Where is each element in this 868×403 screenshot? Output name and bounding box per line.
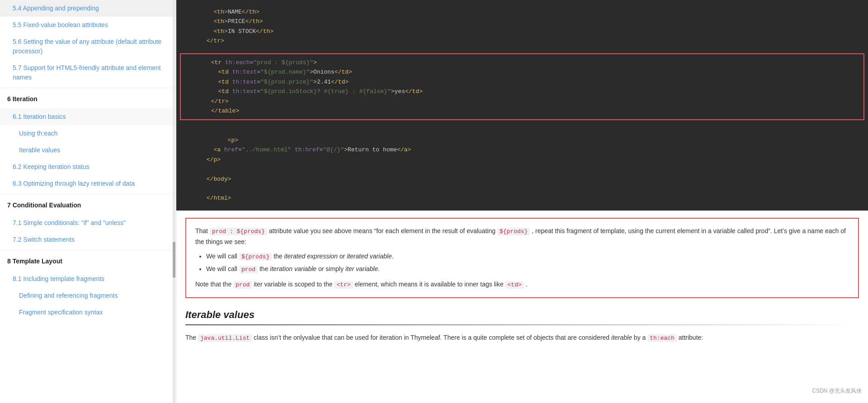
code-block-bottom: <p> <a href="../home.html" th:href="@{/}… bbox=[176, 120, 868, 211]
sidebar-item-iterable-values[interactable]: Iterable values bbox=[0, 142, 176, 159]
theach-code: th:each bbox=[647, 334, 677, 342]
iterable-values-heading: Iterable values bbox=[185, 309, 859, 321]
sidebar-item-55[interactable]: 5.5 Fixed-value boolean attributes bbox=[0, 17, 176, 33]
sidebar-item-71[interactable]: 7.1 Simple conditionals: "if" and "unles… bbox=[0, 215, 176, 231]
sidebar-item-using-theach[interactable]: Using th:each bbox=[0, 125, 176, 142]
section-underline bbox=[185, 324, 859, 325]
sidebar-section-7[interactable]: 7 Conditional Evaluation bbox=[0, 196, 176, 215]
sidebar-item-72[interactable]: 7.2 Switch statements bbox=[0, 231, 176, 248]
info-para-1: That prod : ${prods} attribute value you… bbox=[195, 226, 849, 248]
info-code-prods: ${prods} bbox=[239, 253, 272, 261]
sidebar-item-61[interactable]: 6.1 Iteration basics bbox=[0, 108, 176, 125]
sidebar-divider-1 bbox=[0, 88, 176, 88]
info-code-tr: <tr> bbox=[334, 281, 353, 289]
sidebar-item-81[interactable]: 8.1 Including template fragments bbox=[0, 271, 176, 287]
sidebar-item-57[interactable]: 5.7 Support for HTML5-friendly attribute… bbox=[0, 60, 176, 86]
sidebar: 5.4 Appending and prepending 5.5 Fixed-v… bbox=[0, 0, 176, 403]
info-code-prod: prod bbox=[239, 266, 258, 273]
info-code-1: prod : ${prods} bbox=[210, 228, 267, 235]
info-list-item-1: We will call ${prods} the iterated expre… bbox=[206, 251, 849, 262]
main-content: <th>NAME</th> <th>PRICE</th> <th>IN STOC… bbox=[176, 0, 868, 403]
java-list-code: java.util.List bbox=[198, 334, 252, 342]
info-em-iteration-var: iteration variable bbox=[270, 265, 316, 272]
code-block-html: <th>NAME</th> <th>PRICE</th> <th>IN STOC… bbox=[176, 0, 868, 53]
sidebar-item-62[interactable]: 6.2 Keeping iteration status bbox=[0, 159, 176, 175]
sidebar-item-defining-fragments[interactable]: Defining and referencing fragments bbox=[0, 287, 176, 304]
watermark: CSDN @无头发风侠 bbox=[809, 386, 864, 396]
iterable-em: iterable bbox=[611, 334, 632, 341]
sidebar-section-6[interactable]: 6 Iteration bbox=[0, 90, 176, 108]
info-em-iterated-var: iterated variable bbox=[347, 253, 392, 260]
sidebar-divider-3 bbox=[0, 250, 176, 250]
sidebar-item-63[interactable]: 6.3 Optimizing through lazy retrieval of… bbox=[0, 175, 176, 192]
code-section-top: <th>NAME</th> <th>PRICE</th> <th>IN STOC… bbox=[176, 0, 868, 211]
code-block-highlighted: <tr th:each="prod : ${prods}"> <td th:te… bbox=[181, 54, 863, 120]
info-em-iter-var: iter variable bbox=[345, 265, 378, 272]
info-list: We will call ${prods} the iterated expre… bbox=[206, 251, 849, 275]
sidebar-section-8[interactable]: 8 Template Layout bbox=[0, 252, 176, 271]
code-highlight-box: <tr th:each="prod : ${prods}"> <td th:te… bbox=[180, 53, 864, 121]
info-list-item-2: We will call prod the iteration variable… bbox=[206, 264, 849, 275]
info-code-prod-note: prod bbox=[233, 281, 252, 289]
info-em-iterated-expr: iterated expression bbox=[284, 253, 338, 260]
sidebar-item-56[interactable]: 5.6 Setting the value of any attribute (… bbox=[0, 33, 176, 60]
sidebar-scrollbar-thumb[interactable] bbox=[173, 242, 175, 278]
iterable-body-text: The java.util.List class isn’t the onlyv… bbox=[185, 333, 859, 343]
sidebar-item-54[interactable]: 5.4 Appending and prepending bbox=[0, 0, 176, 17]
info-para-note: Note that the prod iter variable is scop… bbox=[195, 279, 849, 290]
info-code-2: ${prods} bbox=[497, 228, 530, 235]
sidebar-scrollbar-track bbox=[173, 0, 175, 403]
sidebar-divider-2 bbox=[0, 194, 176, 194]
info-code-td: <td> bbox=[505, 281, 524, 289]
sidebar-item-fragment-syntax[interactable]: Fragment specification syntax bbox=[0, 304, 176, 321]
info-box: That prod : ${prods} attribute value you… bbox=[185, 218, 859, 298]
